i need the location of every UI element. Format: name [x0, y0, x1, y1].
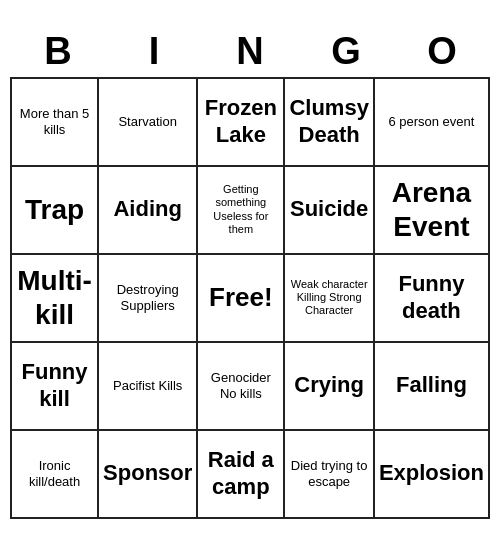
header-g: G [302, 30, 390, 73]
cell-10: Multi-kill [12, 255, 99, 343]
cell-9: Arena Event [375, 167, 490, 255]
cell-3: Clumsy Death [285, 79, 374, 167]
cell-4: 6 person event [375, 79, 490, 167]
cell-22: Raid a camp [198, 431, 285, 519]
cell-1: Starvation [99, 79, 198, 167]
cell-24: Explosion [375, 431, 490, 519]
cell-7: Getting something Useless for them [198, 167, 285, 255]
cell-23: Died trying to escape [285, 431, 374, 519]
cell-12: Free! [198, 255, 285, 343]
header-o: O [398, 30, 486, 73]
cell-17: Genocider No kills [198, 343, 285, 431]
cell-5: Trap [12, 167, 99, 255]
cell-0: More than 5 kills [12, 79, 99, 167]
cell-15: Funny kill [12, 343, 99, 431]
bingo-grid: More than 5 killsStarvationFrozen LakeCl… [10, 77, 490, 519]
header-n: N [206, 30, 294, 73]
cell-18: Crying [285, 343, 374, 431]
header-b: B [14, 30, 102, 73]
bingo-card: B I N G O More than 5 killsStarvationFro… [10, 26, 490, 519]
cell-11: Destroying Suppliers [99, 255, 198, 343]
cell-14: Funny death [375, 255, 490, 343]
cell-13: Weak character Killing Strong Character [285, 255, 374, 343]
cell-16: Pacifist Kills [99, 343, 198, 431]
cell-8: Suicide [285, 167, 374, 255]
cell-21: Sponsor [99, 431, 198, 519]
cell-20: Ironic kill/death [12, 431, 99, 519]
header-i: I [110, 30, 198, 73]
bingo-header: B I N G O [10, 26, 490, 77]
cell-2: Frozen Lake [198, 79, 285, 167]
cell-6: Aiding [99, 167, 198, 255]
cell-19: Falling [375, 343, 490, 431]
